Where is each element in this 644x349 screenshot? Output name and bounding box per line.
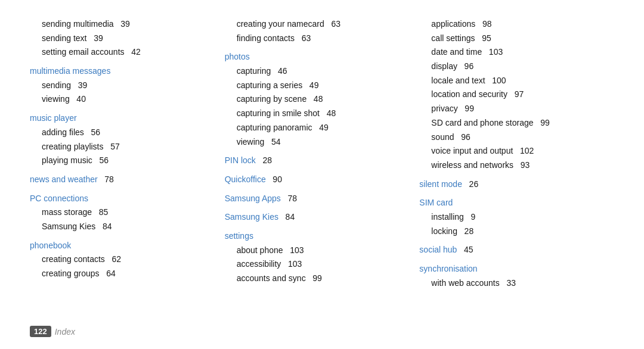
list-item: accessibility 103	[225, 258, 408, 271]
index-header-music-player: music player	[30, 112, 213, 125]
list-item: sending text 39	[30, 32, 213, 45]
list-item: locale and text 100	[419, 74, 602, 88]
list-item: viewing 54	[225, 136, 408, 149]
list-item: locking 28	[419, 225, 602, 238]
footer-index-label: Index	[55, 327, 75, 336]
list-item: display 96	[419, 60, 602, 73]
index-header-photos: photos	[225, 51, 408, 64]
list-item: creating groups 64	[30, 267, 213, 281]
list-item: sending 39	[30, 79, 213, 92]
column-1: sending multimedia 39 sending text 39 se…	[30, 18, 225, 291]
index-header-silent-mode: silent mode 26	[419, 178, 602, 191]
list-item: creating playlists 57	[30, 141, 213, 154]
index-header-synchronisation: synchronisation	[419, 263, 602, 276]
list-item: mass storage 85	[30, 206, 213, 219]
list-item: viewing 40	[30, 93, 213, 106]
list-item: Samsung Kies 84	[30, 220, 213, 233]
index-header-news-and-weather: news and weather 78	[30, 173, 213, 186]
index-header-pin-lock: PIN lock 28	[225, 154, 408, 167]
list-item: accounts and sync 99	[225, 272, 408, 285]
page-footer: 122 Index	[30, 326, 75, 337]
list-item: capturing 46	[225, 65, 408, 78]
list-item: call settings 95	[419, 32, 602, 45]
page-number: 122	[30, 326, 51, 337]
index-header-phonebook: phonebook	[30, 239, 213, 253]
list-item: about phone 103	[225, 244, 408, 257]
list-item: capturing panoramic 49	[225, 121, 408, 135]
list-item: creating your namecard 63	[225, 18, 408, 31]
list-item: installing 9	[419, 211, 602, 224]
list-item: sound 96	[419, 131, 602, 144]
list-item: adding files 56	[30, 126, 213, 139]
index-header-samsung-kies: Samsung Kies 84	[225, 211, 408, 224]
index-header-multimedia-messages: multimedia messages	[30, 65, 213, 78]
list-item: voice input and output 102	[419, 145, 602, 158]
index-header-social-hub: social hub 45	[419, 244, 602, 257]
index-columns: sending multimedia 39 sending text 39 se…	[30, 18, 614, 291]
list-item: location and security 97	[419, 88, 602, 101]
list-item: date and time 103	[419, 46, 602, 59]
list-item: wireless and networks 93	[419, 159, 602, 172]
list-item: SD card and phone storage 99	[419, 117, 602, 130]
list-item: capturing by scene 48	[225, 93, 408, 106]
list-item: capturing in smile shot 48	[225, 107, 408, 120]
page: sending multimedia 39 sending text 39 se…	[0, 0, 644, 349]
list-item: privacy 99	[419, 102, 602, 116]
list-item: with web accounts 33	[419, 277, 602, 290]
list-item: setting email accounts 42	[30, 46, 213, 59]
list-item: sending multimedia 39	[30, 18, 213, 31]
list-item: capturing a series 49	[225, 79, 408, 92]
column-2: creating your namecard 63 finding contac…	[225, 18, 420, 291]
index-header-pc-connections: PC connections	[30, 192, 213, 205]
list-item: playing music 56	[30, 154, 213, 167]
column-3: applications 98 call settings 95 date an…	[419, 18, 614, 291]
list-item: creating contacts 62	[30, 253, 213, 266]
list-item: applications 98	[419, 18, 602, 31]
index-header-samsung-apps: Samsung Apps 78	[225, 192, 408, 205]
index-header-sim-card: SIM card	[419, 197, 602, 210]
index-header-settings: settings	[225, 230, 408, 243]
list-item: finding contacts 63	[225, 32, 408, 45]
index-header-quickoffice: Quickoffice 90	[225, 173, 408, 186]
